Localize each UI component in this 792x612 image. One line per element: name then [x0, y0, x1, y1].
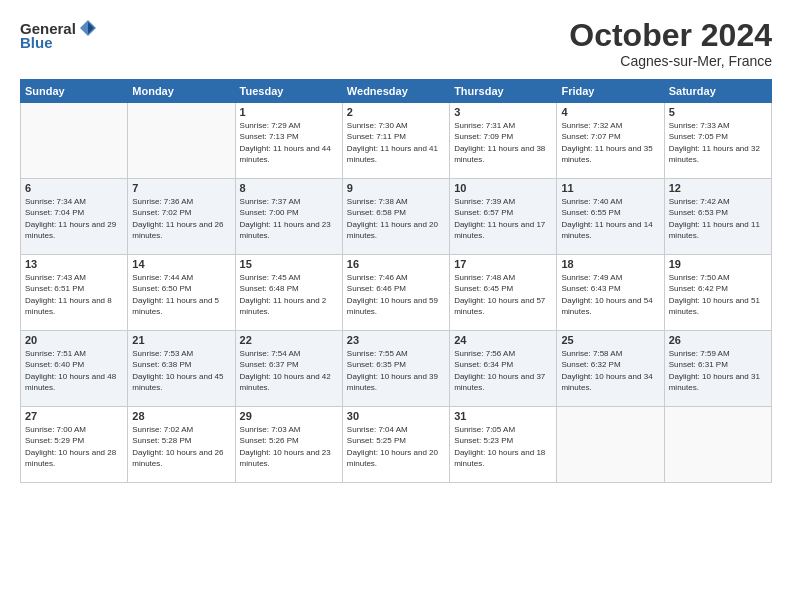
- calendar-cell: 3Sunrise: 7:31 AMSunset: 7:09 PMDaylight…: [450, 103, 557, 179]
- day-number: 5: [669, 106, 767, 118]
- week-row-4: 20Sunrise: 7:51 AMSunset: 6:40 PMDayligh…: [21, 331, 772, 407]
- cell-content: Sunrise: 7:59 AMSunset: 6:31 PMDaylight:…: [669, 348, 767, 393]
- calendar-cell: 29Sunrise: 7:03 AMSunset: 5:26 PMDayligh…: [235, 407, 342, 483]
- calendar-cell: 16Sunrise: 7:46 AMSunset: 6:46 PMDayligh…: [342, 255, 449, 331]
- cell-content: Sunrise: 7:46 AMSunset: 6:46 PMDaylight:…: [347, 272, 445, 317]
- cell-content: Sunrise: 7:03 AMSunset: 5:26 PMDaylight:…: [240, 424, 338, 469]
- cell-content: Sunrise: 7:51 AMSunset: 6:40 PMDaylight:…: [25, 348, 123, 393]
- week-row-1: 1Sunrise: 7:29 AMSunset: 7:13 PMDaylight…: [21, 103, 772, 179]
- cell-content: Sunrise: 7:31 AMSunset: 7:09 PMDaylight:…: [454, 120, 552, 165]
- calendar-cell: 17Sunrise: 7:48 AMSunset: 6:45 PMDayligh…: [450, 255, 557, 331]
- cell-content: Sunrise: 7:30 AMSunset: 7:11 PMDaylight:…: [347, 120, 445, 165]
- day-number: 11: [561, 182, 659, 194]
- day-number: 18: [561, 258, 659, 270]
- day-number: 19: [669, 258, 767, 270]
- logo-blue: Blue: [20, 34, 53, 51]
- title-block: October 2024 Cagnes-sur-Mer, France: [569, 18, 772, 69]
- calendar-cell: [21, 103, 128, 179]
- day-number: 24: [454, 334, 552, 346]
- calendar-cell: 1Sunrise: 7:29 AMSunset: 7:13 PMDaylight…: [235, 103, 342, 179]
- cell-content: Sunrise: 7:33 AMSunset: 7:05 PMDaylight:…: [669, 120, 767, 165]
- day-number: 21: [132, 334, 230, 346]
- cell-content: Sunrise: 7:53 AMSunset: 6:38 PMDaylight:…: [132, 348, 230, 393]
- day-number: 6: [25, 182, 123, 194]
- weekday-header-thursday: Thursday: [450, 80, 557, 103]
- calendar-cell: 19Sunrise: 7:50 AMSunset: 6:42 PMDayligh…: [664, 255, 771, 331]
- day-number: 16: [347, 258, 445, 270]
- day-number: 31: [454, 410, 552, 422]
- calendar-cell: 4Sunrise: 7:32 AMSunset: 7:07 PMDaylight…: [557, 103, 664, 179]
- calendar-cell: 31Sunrise: 7:05 AMSunset: 5:23 PMDayligh…: [450, 407, 557, 483]
- cell-content: Sunrise: 7:56 AMSunset: 6:34 PMDaylight:…: [454, 348, 552, 393]
- day-number: 15: [240, 258, 338, 270]
- cell-content: Sunrise: 7:49 AMSunset: 6:43 PMDaylight:…: [561, 272, 659, 317]
- cell-content: Sunrise: 7:34 AMSunset: 7:04 PMDaylight:…: [25, 196, 123, 241]
- cell-content: Sunrise: 7:54 AMSunset: 6:37 PMDaylight:…: [240, 348, 338, 393]
- cell-content: Sunrise: 7:02 AMSunset: 5:28 PMDaylight:…: [132, 424, 230, 469]
- cell-content: Sunrise: 7:36 AMSunset: 7:02 PMDaylight:…: [132, 196, 230, 241]
- cell-content: Sunrise: 7:44 AMSunset: 6:50 PMDaylight:…: [132, 272, 230, 317]
- logo: General Blue: [20, 18, 98, 51]
- cell-content: Sunrise: 7:38 AMSunset: 6:58 PMDaylight:…: [347, 196, 445, 241]
- day-number: 25: [561, 334, 659, 346]
- weekday-header-row: SundayMondayTuesdayWednesdayThursdayFrid…: [21, 80, 772, 103]
- week-row-2: 6Sunrise: 7:34 AMSunset: 7:04 PMDaylight…: [21, 179, 772, 255]
- calendar-cell: 18Sunrise: 7:49 AMSunset: 6:43 PMDayligh…: [557, 255, 664, 331]
- calendar-cell: 2Sunrise: 7:30 AMSunset: 7:11 PMDaylight…: [342, 103, 449, 179]
- week-row-5: 27Sunrise: 7:00 AMSunset: 5:29 PMDayligh…: [21, 407, 772, 483]
- day-number: 23: [347, 334, 445, 346]
- cell-content: Sunrise: 7:32 AMSunset: 7:07 PMDaylight:…: [561, 120, 659, 165]
- cell-content: Sunrise: 7:50 AMSunset: 6:42 PMDaylight:…: [669, 272, 767, 317]
- weekday-header-tuesday: Tuesday: [235, 80, 342, 103]
- cell-content: Sunrise: 7:37 AMSunset: 7:00 PMDaylight:…: [240, 196, 338, 241]
- weekday-header-sunday: Sunday: [21, 80, 128, 103]
- calendar-cell: 6Sunrise: 7:34 AMSunset: 7:04 PMDaylight…: [21, 179, 128, 255]
- cell-content: Sunrise: 7:05 AMSunset: 5:23 PMDaylight:…: [454, 424, 552, 469]
- day-number: 4: [561, 106, 659, 118]
- weekday-header-wednesday: Wednesday: [342, 80, 449, 103]
- calendar-page: General Blue October 2024 Cagnes-sur-Mer…: [0, 0, 792, 612]
- calendar-cell: 25Sunrise: 7:58 AMSunset: 6:32 PMDayligh…: [557, 331, 664, 407]
- calendar-table: SundayMondayTuesdayWednesdayThursdayFrid…: [20, 79, 772, 483]
- cell-content: Sunrise: 7:55 AMSunset: 6:35 PMDaylight:…: [347, 348, 445, 393]
- cell-content: Sunrise: 7:42 AMSunset: 6:53 PMDaylight:…: [669, 196, 767, 241]
- calendar-cell: 15Sunrise: 7:45 AMSunset: 6:48 PMDayligh…: [235, 255, 342, 331]
- cell-content: Sunrise: 7:29 AMSunset: 7:13 PMDaylight:…: [240, 120, 338, 165]
- day-number: 26: [669, 334, 767, 346]
- calendar-cell: 11Sunrise: 7:40 AMSunset: 6:55 PMDayligh…: [557, 179, 664, 255]
- calendar-cell: 24Sunrise: 7:56 AMSunset: 6:34 PMDayligh…: [450, 331, 557, 407]
- day-number: 14: [132, 258, 230, 270]
- cell-content: Sunrise: 7:45 AMSunset: 6:48 PMDaylight:…: [240, 272, 338, 317]
- calendar-subtitle: Cagnes-sur-Mer, France: [569, 53, 772, 69]
- calendar-cell: [664, 407, 771, 483]
- calendar-cell: 8Sunrise: 7:37 AMSunset: 7:00 PMDaylight…: [235, 179, 342, 255]
- day-number: 17: [454, 258, 552, 270]
- cell-content: Sunrise: 7:48 AMSunset: 6:45 PMDaylight:…: [454, 272, 552, 317]
- cell-content: Sunrise: 7:58 AMSunset: 6:32 PMDaylight:…: [561, 348, 659, 393]
- calendar-cell: 20Sunrise: 7:51 AMSunset: 6:40 PMDayligh…: [21, 331, 128, 407]
- week-row-3: 13Sunrise: 7:43 AMSunset: 6:51 PMDayligh…: [21, 255, 772, 331]
- calendar-cell: 27Sunrise: 7:00 AMSunset: 5:29 PMDayligh…: [21, 407, 128, 483]
- day-number: 9: [347, 182, 445, 194]
- day-number: 3: [454, 106, 552, 118]
- cell-content: Sunrise: 7:40 AMSunset: 6:55 PMDaylight:…: [561, 196, 659, 241]
- calendar-cell: 21Sunrise: 7:53 AMSunset: 6:38 PMDayligh…: [128, 331, 235, 407]
- calendar-cell: [128, 103, 235, 179]
- calendar-cell: 22Sunrise: 7:54 AMSunset: 6:37 PMDayligh…: [235, 331, 342, 407]
- day-number: 8: [240, 182, 338, 194]
- day-number: 30: [347, 410, 445, 422]
- day-number: 2: [347, 106, 445, 118]
- day-number: 20: [25, 334, 123, 346]
- calendar-cell: 10Sunrise: 7:39 AMSunset: 6:57 PMDayligh…: [450, 179, 557, 255]
- calendar-cell: 9Sunrise: 7:38 AMSunset: 6:58 PMDaylight…: [342, 179, 449, 255]
- day-number: 12: [669, 182, 767, 194]
- day-number: 28: [132, 410, 230, 422]
- calendar-cell: 13Sunrise: 7:43 AMSunset: 6:51 PMDayligh…: [21, 255, 128, 331]
- calendar-cell: 30Sunrise: 7:04 AMSunset: 5:25 PMDayligh…: [342, 407, 449, 483]
- calendar-cell: 5Sunrise: 7:33 AMSunset: 7:05 PMDaylight…: [664, 103, 771, 179]
- day-number: 22: [240, 334, 338, 346]
- weekday-header-friday: Friday: [557, 80, 664, 103]
- calendar-cell: 28Sunrise: 7:02 AMSunset: 5:28 PMDayligh…: [128, 407, 235, 483]
- weekday-header-saturday: Saturday: [664, 80, 771, 103]
- day-number: 13: [25, 258, 123, 270]
